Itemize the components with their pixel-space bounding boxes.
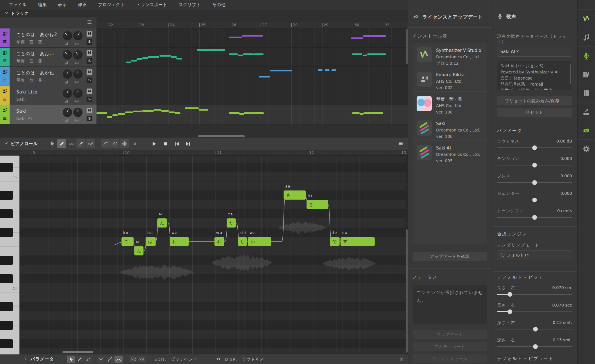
strip-book-button[interactable] [578, 84, 595, 102]
note-clip[interactable] [229, 53, 238, 55]
param-slider[interactable] [497, 326, 572, 332]
track-name[interactable]: ことのは あおい [16, 51, 54, 57]
mute-button[interactable]: M [87, 89, 92, 94]
strip-export-button[interactable] [578, 102, 595, 121]
note-clip[interactable] [238, 55, 243, 56]
note-clip[interactable] [229, 37, 242, 38]
note-clip[interactable] [351, 37, 363, 39]
param-slider[interactable] [497, 145, 572, 151]
zoom-x4-button[interactable]: ×4 [138, 356, 146, 362]
note-clip[interactable] [159, 55, 171, 57]
param-slider[interactable] [497, 179, 572, 186]
piano-roll-note[interactable]: こ [121, 237, 134, 246]
mute-button[interactable]: M [87, 31, 92, 37]
volume-knob[interactable] [63, 31, 72, 40]
pan-knob[interactable] [73, 50, 83, 60]
black-key[interactable] [0, 302, 13, 311]
note-clip[interactable] [96, 112, 107, 114]
voice-db-select[interactable]: Saki AI [497, 47, 572, 57]
piano-roll-note[interactable]: ん [134, 246, 144, 255]
installed-item-3[interactable]: SakiDreamtonics Co., Ltd.ver. 100 [413, 116, 487, 140]
note-clip[interactable] [142, 57, 148, 59]
zigzag-button[interactable] [110, 139, 119, 148]
arrow-left-right-icon[interactable] [216, 356, 221, 363]
note-clip[interactable] [137, 58, 142, 60]
black-key[interactable] [0, 209, 13, 218]
slider-thumb[interactable] [532, 180, 537, 185]
strip-library-button[interactable] [578, 65, 595, 84]
note-clip[interactable] [363, 55, 367, 56]
piano-roll-note[interactable]: し [238, 237, 247, 246]
piano-roll-note[interactable]: さ [284, 190, 306, 200]
piano-roll-note[interactable]: わ [170, 237, 189, 246]
notes-stack-button[interactable] [76, 139, 85, 148]
chain-button[interactable] [67, 139, 76, 148]
volume-knob[interactable] [63, 69, 72, 79]
slider-thumb[interactable] [532, 145, 537, 150]
pitch-curve-button[interactable] [101, 139, 110, 148]
track-header-0[interactable]: ことのは あかね2琴葉 茜・葵MS [0, 28, 96, 47]
solo-button[interactable]: S [87, 58, 92, 64]
note-clip[interactable] [270, 70, 292, 71]
render-mode-select[interactable]: (デフォルト) [497, 250, 572, 260]
installed-item-4[interactable]: Saki AIDreamtonics Co., Ltd.ver. 005 [413, 140, 487, 165]
note-clip[interactable] [331, 69, 336, 71]
param-slider[interactable] [497, 309, 572, 315]
slider-thumb[interactable] [532, 215, 537, 220]
track-color-strip[interactable] [0, 28, 10, 47]
note-clip[interactable] [154, 109, 161, 111]
piano-roll-note[interactable]: ん [157, 218, 167, 228]
menu-item-5[interactable]: トランスポート [136, 2, 175, 8]
note-clip[interactable] [169, 111, 175, 113]
piano-roll-note[interactable]: す [340, 237, 375, 246]
pan-knob[interactable] [73, 89, 83, 98]
black-key[interactable] [0, 274, 13, 283]
track-header-1[interactable]: ことのは あおい琴葉 茜・葵MS [0, 48, 96, 66]
slider-thumb[interactable] [532, 163, 537, 167]
black-key[interactable] [0, 228, 13, 237]
mute-button[interactable]: M [87, 69, 92, 75]
track-header-3[interactable]: Saki LiteSakiMS [0, 86, 96, 105]
slider-thumb[interactable] [533, 327, 538, 331]
param-slider[interactable] [497, 162, 572, 168]
arrangement-ruler[interactable]: 22232425262728293031 [96, 22, 408, 28]
pan-knob[interactable] [73, 31, 83, 40]
note-clip[interactable] [199, 109, 208, 111]
arrangement-grid[interactable] [96, 28, 408, 125]
note-clip[interactable] [176, 58, 182, 60]
note-clip[interactable] [253, 112, 264, 114]
track-name[interactable]: Saki Lite [16, 89, 37, 95]
chevron-right-icon[interactable] [23, 356, 28, 362]
solo-button[interactable]: S [87, 97, 92, 102]
note-clip[interactable] [142, 110, 154, 112]
check-updates-button[interactable]: アップデートを確認 [413, 252, 487, 261]
note-clip[interactable] [360, 113, 363, 115]
track-color-strip[interactable] [0, 105, 10, 124]
note-clip[interactable] [363, 35, 386, 37]
pan-knob[interactable] [73, 69, 83, 79]
note-clip[interactable] [118, 113, 125, 115]
menu-item-4[interactable]: プロジェクト [98, 2, 132, 8]
skip-end-button[interactable] [184, 139, 193, 148]
param-slider[interactable] [497, 214, 572, 221]
phoneme-button[interactable]: |a| [130, 139, 139, 148]
skip-start-button[interactable] [172, 139, 181, 148]
note-clip[interactable] [148, 56, 159, 58]
solo-button[interactable]: S [87, 78, 92, 83]
cursor-button[interactable] [67, 356, 75, 363]
track-name[interactable]: ことのは あかね [16, 70, 54, 76]
installed-item-1[interactable]: Koharu RikkaAHS Co., Ltd.ver. 002 [413, 67, 487, 92]
strip-music-note-button[interactable] [578, 28, 595, 47]
piano-roll-grid[interactable]: koこNんbaばNんwaわwaわtaたshiしwaわsaさkiきdeでsuす [20, 156, 408, 354]
track-color-strip[interactable] [0, 86, 10, 105]
uninstall-button[interactable]: アンインストール [413, 354, 487, 363]
volume-knob[interactable] [63, 89, 72, 98]
piano-roll-ruler[interactable]: 910111213 [20, 150, 408, 156]
piano-roll-note[interactable]: わ [248, 237, 271, 246]
pan-knob[interactable] [73, 108, 83, 117]
disp-parameter-value[interactable]: ラウドネス [242, 357, 264, 362]
reset-button[interactable]: リセット [497, 108, 572, 117]
piano-roll-note[interactable]: き [307, 200, 328, 209]
arrangement-h-scrollbar[interactable] [198, 135, 245, 137]
note-clip[interactable] [197, 49, 225, 51]
